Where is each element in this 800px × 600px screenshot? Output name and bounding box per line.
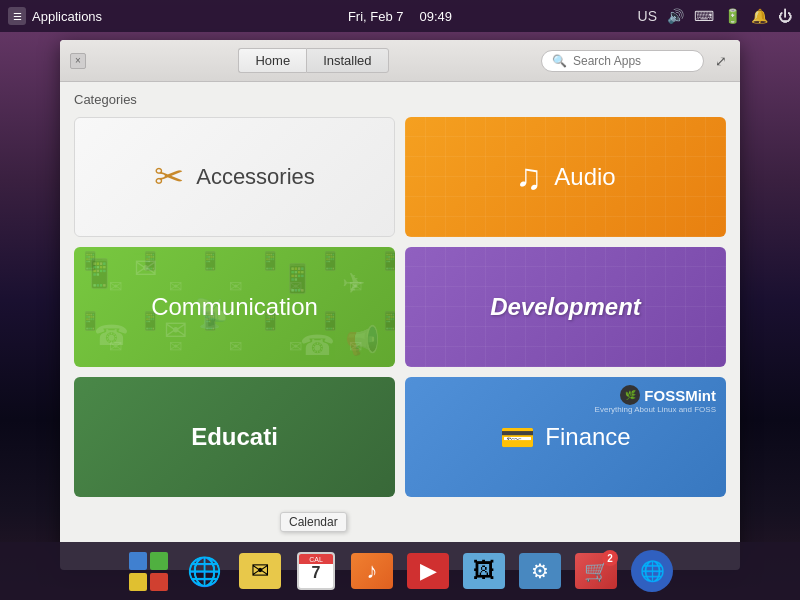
- locale-indicator[interactable]: US: [638, 8, 657, 24]
- education-label: Educati: [191, 423, 278, 450]
- calendar-header: CAL: [299, 554, 333, 564]
- fossmint-branding: 🌿 FOSSMint Everything About Linux and FO…: [595, 385, 716, 414]
- communication-label: Communication: [151, 293, 318, 320]
- appstore-badge: 2: [602, 550, 618, 566]
- top-panel: ☰ Applications Fri, Feb 7 09:49 US 🔊 ⌨ 🔋…: [0, 0, 800, 32]
- close-button[interactable]: ×: [70, 53, 86, 69]
- settings-button[interactable]: ⚙: [514, 546, 566, 596]
- category-education[interactable]: Educati: [74, 377, 395, 497]
- nav-buttons: Home Installed: [238, 48, 388, 73]
- photos-button[interactable]: 🖼: [458, 546, 510, 596]
- browser-icon: 🌐: [187, 555, 222, 588]
- notification-icon[interactable]: 🔔: [751, 8, 768, 24]
- finance-label: Finance: [545, 423, 630, 451]
- maximize-button[interactable]: ⤢: [712, 52, 730, 70]
- categories-section: Categories ✂ Accessories ♫ Audio 📱: [60, 82, 740, 570]
- category-audio[interactable]: ♫ Audio: [405, 117, 726, 237]
- settings-icon: ⚙: [519, 553, 561, 589]
- network-button[interactable]: 🌐: [626, 546, 678, 596]
- music-icon: ♪: [351, 553, 393, 589]
- fossmint-name: FOSSMint: [644, 387, 716, 404]
- taskbar: 🌐 ✉ CAL 7 ♪ ▶ 🖼 ⚙ 🛒 2 🌐: [0, 542, 800, 600]
- fossmint-logo: 🌿 FOSSMint: [620, 385, 716, 405]
- calendar-button[interactable]: CAL 7: [290, 546, 342, 596]
- fossmint-badge-icon: 🌿: [620, 385, 640, 405]
- calendar-icon: CAL 7: [297, 552, 335, 590]
- accessories-icon: ✂: [154, 156, 184, 198]
- search-container: 🔍: [541, 50, 704, 72]
- mail-button[interactable]: ✉: [234, 546, 286, 596]
- grid-sq-2: [150, 552, 168, 570]
- installed-nav-button[interactable]: Installed: [306, 48, 388, 73]
- panel-right: US 🔊 ⌨ 🔋 🔔 ⏻: [452, 8, 792, 24]
- category-communication[interactable]: 📱 ✉ ☎ ✈ 📢 📡 ✉ 📱 ☎ Communication: [74, 247, 395, 367]
- finance-icon: 💳: [500, 421, 535, 454]
- fossmint-tagline: Everything About Linux and FOSS: [595, 405, 716, 414]
- audio-icon: ♫: [515, 156, 542, 198]
- grid-sq-1: [129, 552, 147, 570]
- panel-date: Fri, Feb 7: [348, 9, 404, 24]
- search-input[interactable]: [573, 54, 693, 68]
- mail-icon: ✉: [239, 553, 281, 589]
- appstore-button[interactable]: 🛒 2: [570, 546, 622, 596]
- browser-button[interactable]: 🌐: [178, 546, 230, 596]
- grid-sq-3: [129, 573, 147, 591]
- network-icon: 🌐: [631, 550, 673, 592]
- categories-label: Categories: [74, 92, 726, 107]
- accessories-label: Accessories: [196, 164, 315, 190]
- panel-time: 09:49: [420, 9, 453, 24]
- calendar-day: 7: [312, 564, 321, 582]
- categories-grid: ✂ Accessories ♫ Audio 📱 ✉ ☎ ✈ 📢: [74, 117, 726, 497]
- music-button[interactable]: ♪: [346, 546, 398, 596]
- search-icon: 🔍: [552, 54, 567, 68]
- panel-center: Fri, Feb 7 09:49: [348, 9, 452, 24]
- power-icon[interactable]: ⏻: [778, 8, 792, 24]
- keyboard-icon: ⌨: [694, 8, 714, 24]
- development-label: Development: [490, 293, 641, 320]
- video-button[interactable]: ▶: [402, 546, 454, 596]
- panel-left: ☰ Applications: [8, 7, 348, 25]
- grid-icon: [125, 548, 172, 595]
- category-development[interactable]: Development: [405, 247, 726, 367]
- panel-app-label[interactable]: Applications: [32, 9, 102, 24]
- battery-icon: 🔋: [724, 8, 741, 24]
- home-nav-button[interactable]: Home: [238, 48, 306, 73]
- photos-icon: 🖼: [463, 553, 505, 589]
- grid-launcher-button[interactable]: [122, 546, 174, 596]
- category-accessories[interactable]: ✂ Accessories: [74, 117, 395, 237]
- video-icon: ▶: [407, 553, 449, 589]
- volume-icon[interactable]: 🔊: [667, 8, 684, 24]
- category-finance[interactable]: 🌿 FOSSMint Everything About Linux and FO…: [405, 377, 726, 497]
- apps-menu-icon[interactable]: ☰: [8, 7, 26, 25]
- window-toolbar: × Home Installed 🔍 ⤢: [60, 40, 740, 82]
- app-store-window: × Home Installed 🔍 ⤢ Categories ✂ Access…: [60, 40, 740, 570]
- grid-sq-4: [150, 573, 168, 591]
- audio-label: Audio: [554, 163, 615, 191]
